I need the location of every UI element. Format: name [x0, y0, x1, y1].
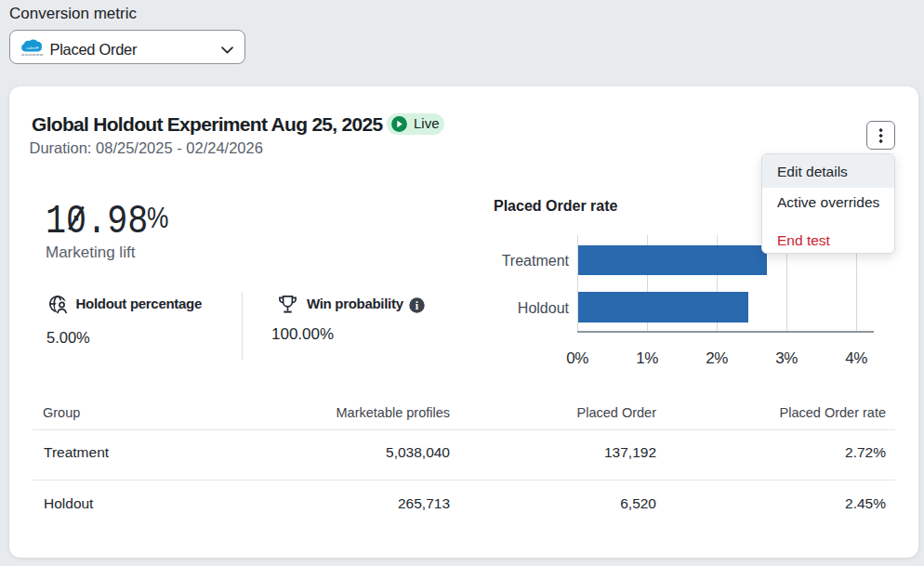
svg-text:salesf: salesf	[26, 46, 37, 50]
